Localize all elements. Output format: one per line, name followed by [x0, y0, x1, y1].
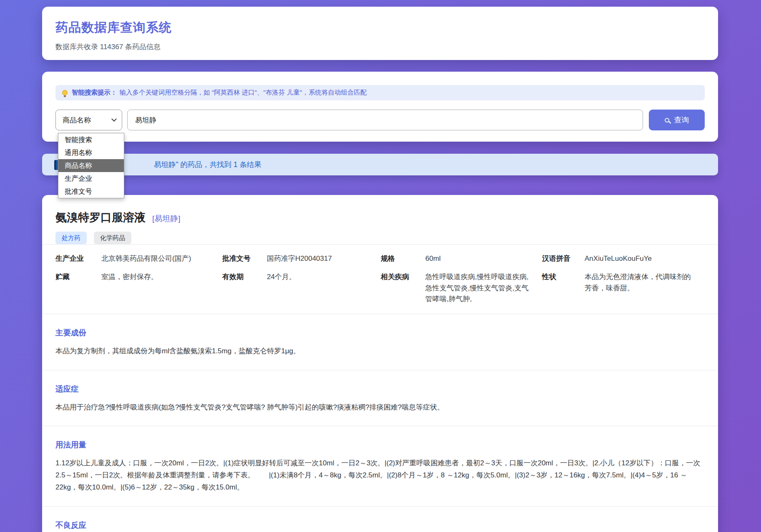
section-body: 本品为复方制剂，其组成成份为每ml含盐酸氨溴索1.5mg，盐酸克仑特罗1μg。	[55, 345, 705, 357]
search-input[interactable]	[127, 110, 643, 130]
search-card: 智能搜索提示： 输入多个关键词用空格分隔，如 "阿莫西林 进口"、"布洛芬 儿童…	[42, 72, 718, 142]
chevron-down-icon	[111, 116, 117, 122]
section-main-ingredients: 主要成份 本品为复方制剂，其组成成份为每ml含盐酸氨溴索1.5mg，盐酸克仑特罗…	[55, 314, 705, 370]
detail-label: 相关疾病	[381, 272, 425, 282]
detail-label: 生产企业	[55, 253, 101, 264]
search-button[interactable]: 查询	[649, 110, 705, 130]
section-title: 用法用量	[55, 440, 705, 450]
drug-brand-name: [易坦静]	[152, 213, 181, 224]
drug-title-row: 氨溴特罗口服溶液 [易坦静]	[55, 210, 705, 225]
search-category-dropdown: 智能搜索 通用名称 商品名称 生产企业 批准文号	[58, 133, 124, 198]
detail-label: 汉语拼音	[542, 253, 585, 264]
result-summary-text: 易坦静" 的药品，共找到 1 条结果	[154, 160, 261, 170]
detail-value: 本品为无色澄清液体，代调味剂的芳香，味香甜。	[585, 272, 705, 294]
search-tip-label: 智能搜索提示：	[72, 88, 117, 97]
result-summary-bar: 易坦静" 的药品，共找到 1 条结果	[42, 154, 718, 175]
drug-name: 氨溴特罗口服溶液	[55, 210, 146, 225]
dropdown-option[interactable]: 批准文号	[58, 185, 124, 198]
detail-label: 批准文号	[222, 253, 267, 264]
header-card: 药品数据库查询系统 数据库共收录 114367 条药品信息	[42, 7, 718, 60]
drug-details-grid: 生产企业 北京韩美药品有限公司(国产) 批准文号 国药准字H20040317 规…	[55, 245, 705, 314]
dropdown-option[interactable]: 通用名称	[58, 146, 124, 159]
drug-result-card: 氨溴特罗口服溶液 [易坦静] 处方药 化学药品 生产企业 北京韩美药品有限公司(…	[42, 195, 718, 532]
detail-value: 急性呼吸道疾病,慢性呼吸道疾病,急性支气管炎,慢性支气管炎,支气管哮喘,肺气肿,	[425, 272, 542, 305]
detail-value: 60ml	[425, 253, 542, 264]
section-body: 本品用于治疗急?慢性呼吸道疾病(如急?慢性支气管炎?支气管哮喘? 肺气肿等)引起…	[55, 401, 705, 413]
detail-value: 北京韩美药品有限公司(国产)	[101, 253, 222, 264]
search-button-label: 查询	[674, 115, 689, 125]
lightbulb-icon	[62, 90, 68, 95]
search-category-select[interactable]: 商品名称	[55, 110, 122, 130]
section-indications: 适应症 本品用于治疗急?慢性呼吸道疾病(如急?慢性支气管炎?支气管哮喘? 肺气肿…	[55, 370, 705, 426]
section-title: 主要成份	[55, 327, 705, 338]
detail-value: AnXiuTeLuoKouFuYe	[585, 253, 705, 264]
search-category-value: 商品名称	[63, 115, 91, 125]
detail-label: 规格	[381, 253, 425, 264]
search-row: 商品名称 查询	[55, 110, 705, 130]
dropdown-option[interactable]: 商品名称	[58, 159, 124, 172]
section-adverse-reactions: 不良反应 1.精神神经系统：偶见头痛手颤嗜睡不安头晕失眠四肢麻木等。|2.循环系…	[55, 507, 705, 532]
section-dosage: 用法用量 1.12岁以上儿童及成人：口服，一次20ml，一日2次。|(1)症状明…	[55, 426, 705, 506]
section-title: 适应症	[55, 384, 705, 394]
section-title: 不良反应	[55, 520, 705, 530]
page-title: 药品数据库查询系统	[55, 19, 705, 36]
detail-label: 有效期	[222, 272, 267, 282]
section-body: 1.12岁以上儿童及成人：口服，一次20ml，一日2次。|(1)症状明显好转后可…	[55, 457, 705, 494]
detail-label: 贮藏	[55, 272, 101, 282]
detail-value: 室温，密封保存。	[101, 272, 222, 282]
dropdown-option[interactable]: 智能搜索	[58, 133, 124, 146]
detail-value: 国药准字H20040317	[267, 253, 381, 264]
search-icon	[665, 118, 669, 122]
page-subtitle: 数据库共收录 114367 条药品信息	[55, 42, 705, 52]
drug-badge-row: 处方药 化学药品	[55, 232, 705, 244]
detail-value: 24个月。	[267, 272, 381, 282]
detail-label: 性状	[542, 272, 585, 282]
search-tip-bar: 智能搜索提示： 输入多个关键词用空格分隔，如 "阿莫西林 进口"、"布洛芬 儿童…	[55, 85, 705, 100]
chemical-drug-badge: 化学药品	[94, 232, 131, 244]
search-tip-text: 输入多个关键词用空格分隔，如 "阿莫西林 进口"、"布洛芬 儿童"，系统将自动组…	[120, 88, 367, 97]
dropdown-option[interactable]: 生产企业	[58, 172, 124, 185]
prescription-badge: 处方药	[55, 232, 87, 244]
